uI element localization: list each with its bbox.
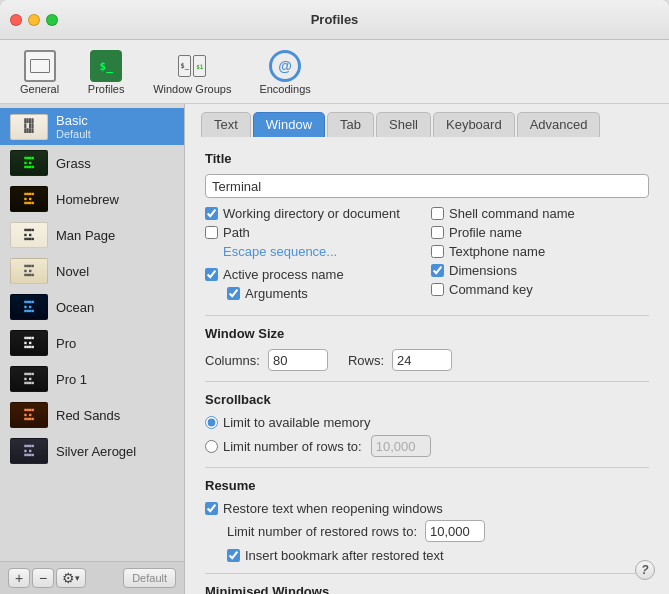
tab-window[interactable]: Window bbox=[253, 112, 325, 137]
tab-keyboard[interactable]: Keyboard bbox=[433, 112, 515, 137]
remove-profile-button[interactable]: − bbox=[32, 568, 54, 588]
main-content: ▉▉▉▉▉ ▉▉▉▉▉▉ Basic Default ■■■■■ ■ ■■■■ … bbox=[0, 104, 669, 594]
sidebar-item-basic[interactable]: ▉▉▉▉▉ ▉▉▉▉▉▉ Basic Default bbox=[0, 108, 184, 145]
default-button[interactable]: Default bbox=[123, 568, 176, 588]
profile-thumb-novel: ■■■■■ ■ ■■■■ bbox=[10, 258, 48, 284]
checkbox-shell-cmd-label: Shell command name bbox=[449, 206, 575, 221]
sidebar-item-manpage[interactable]: ■■■■■ ■ ■■■■ Man Page bbox=[0, 217, 184, 253]
profile-thumb-pro: ■■■■■ ■ ■■■■ bbox=[10, 330, 48, 356]
escape-sequence-row: Escape sequence... bbox=[205, 244, 423, 263]
minimize-button[interactable] bbox=[28, 14, 40, 26]
maximize-button[interactable] bbox=[46, 14, 58, 26]
checkbox-restore-text-label: Restore text when reopening windows bbox=[223, 501, 443, 516]
checkbox-arguments-input[interactable] bbox=[227, 287, 240, 300]
profiles-icon: $_ bbox=[90, 50, 122, 82]
sidebar: ▉▉▉▉▉ ▉▉▉▉▉▉ Basic Default ■■■■■ ■ ■■■■ … bbox=[0, 104, 185, 594]
tab-tab[interactable]: Tab bbox=[327, 112, 374, 137]
gear-menu-button[interactable]: ⚙ ▾ bbox=[56, 568, 86, 588]
checkbox-working-dir: Working directory or document bbox=[205, 206, 423, 221]
chevron-down-icon: ▾ bbox=[75, 573, 80, 583]
profile-thumb-pro1: ■■■■■ ■ ■■■■ bbox=[10, 366, 48, 392]
checkbox-profile-name-input[interactable] bbox=[431, 226, 444, 239]
checkbox-bookmark: Insert bookmark after restored text bbox=[227, 548, 649, 563]
checkbox-working-dir-input[interactable] bbox=[205, 207, 218, 220]
divider-3 bbox=[205, 467, 649, 468]
sidebar-item-ocean[interactable]: ■■■■■ ■ ■■■■ Ocean bbox=[0, 289, 184, 325]
profile-text-pro: Pro bbox=[56, 336, 76, 351]
sidebar-item-homebrew[interactable]: ■■■■■ ■ ■■■■ Homebrew bbox=[0, 181, 184, 217]
tab-shell[interactable]: Shell bbox=[376, 112, 431, 137]
main-window: Profiles General $_ Profiles $_ $1 Windo… bbox=[0, 0, 669, 594]
checkbox-path-input[interactable] bbox=[205, 226, 218, 239]
title-checkboxes: Working directory or document Path Escap… bbox=[205, 206, 649, 305]
rows-label: Rows: bbox=[348, 353, 384, 368]
sidebar-item-grass[interactable]: ■■■■■ ■ ■■■■ Grass bbox=[0, 145, 184, 181]
rows-input[interactable] bbox=[392, 349, 452, 371]
checkbox-arguments-label: Arguments bbox=[245, 286, 308, 301]
window-title: Profiles bbox=[311, 12, 359, 27]
profile-text-ocean: Ocean bbox=[56, 300, 94, 315]
checkbox-textphone-name-input[interactable] bbox=[431, 245, 444, 258]
titlebar: Profiles bbox=[0, 0, 669, 40]
profile-text-basic: Basic Default bbox=[56, 113, 91, 140]
profile-name-ocean: Ocean bbox=[56, 300, 94, 315]
sidebar-item-pro[interactable]: ■■■■■ ■ ■■■■ Pro bbox=[0, 325, 184, 361]
title-checkboxes-left: Working directory or document Path Escap… bbox=[205, 206, 423, 305]
scrollback-radio2-input[interactable] bbox=[205, 440, 218, 453]
checkbox-command-key-input[interactable] bbox=[431, 283, 444, 296]
sidebar-item-silveraerogel[interactable]: ■■■■■ ■ ■■■■ Silver Aerogel bbox=[0, 433, 184, 469]
checkbox-active-process: Active process name bbox=[205, 267, 423, 282]
profile-text-manpage: Man Page bbox=[56, 228, 115, 243]
checkbox-restore-text-input[interactable] bbox=[205, 502, 218, 515]
scrollback-radio1-input[interactable] bbox=[205, 416, 218, 429]
columns-input[interactable] bbox=[268, 349, 328, 371]
checkbox-dimensions-input[interactable] bbox=[431, 264, 444, 277]
tab-text[interactable]: Text bbox=[201, 112, 251, 137]
checkbox-active-process-input[interactable] bbox=[205, 268, 218, 281]
scrollback-radio2-label: Limit number of rows to: bbox=[223, 439, 362, 454]
profile-name-homebrew: Homebrew bbox=[56, 192, 119, 207]
sidebar-item-pro1[interactable]: ■■■■■ ■ ■■■■ Pro 1 bbox=[0, 361, 184, 397]
sidebar-item-redsands[interactable]: ■■■■■ ■ ■■■■ Red Sands bbox=[0, 397, 184, 433]
checkbox-active-process-label: Active process name bbox=[223, 267, 344, 282]
checkbox-profile-name-label: Profile name bbox=[449, 225, 522, 240]
limit-restored-input[interactable] bbox=[425, 520, 485, 542]
scrollback-rows-input[interactable] bbox=[371, 435, 431, 457]
toolbar-general[interactable]: General bbox=[14, 48, 65, 97]
general-icon bbox=[24, 50, 56, 82]
profile-text-novel: Novel bbox=[56, 264, 89, 279]
checkbox-restore-text: Restore text when reopening windows bbox=[205, 501, 649, 516]
divider-2 bbox=[205, 381, 649, 382]
checkbox-textphone-name: Textphone name bbox=[431, 244, 649, 259]
sidebar-item-novel[interactable]: ■■■■■ ■ ■■■■ Novel bbox=[0, 253, 184, 289]
toolbar: General $_ Profiles $_ $1 Window Groups … bbox=[0, 40, 669, 104]
columns-label: Columns: bbox=[205, 353, 260, 368]
profile-text-homebrew: Homebrew bbox=[56, 192, 119, 207]
tab-advanced[interactable]: Advanced bbox=[517, 112, 601, 137]
checkbox-command-key-label: Command key bbox=[449, 282, 533, 297]
checkbox-bookmark-input[interactable] bbox=[227, 549, 240, 562]
profile-name-silveraerogel: Silver Aerogel bbox=[56, 444, 136, 459]
toolbar-profiles[interactable]: $_ Profiles bbox=[81, 48, 131, 97]
escape-sequence-link[interactable]: Escape sequence... bbox=[223, 244, 337, 259]
scrollback-radio1-label: Limit to available memory bbox=[223, 415, 370, 430]
title-checkboxes-right: Shell command name Profile name Textphon… bbox=[431, 206, 649, 305]
profile-text-redsands: Red Sands bbox=[56, 408, 120, 423]
add-profile-button[interactable]: + bbox=[8, 568, 30, 588]
panel-content: Title Working directory or document Path bbox=[185, 137, 669, 594]
right-panel: Text Window Tab Shell Keyboard Advanced … bbox=[185, 104, 669, 594]
toolbar-window-groups[interactable]: $_ $1 Window Groups bbox=[147, 48, 237, 97]
close-button[interactable] bbox=[10, 14, 22, 26]
checkbox-dimensions: Dimensions bbox=[431, 263, 649, 278]
toolbar-wg-label: Window Groups bbox=[153, 83, 231, 95]
title-input[interactable] bbox=[205, 174, 649, 198]
profile-thumb-redsands: ■■■■■ ■ ■■■■ bbox=[10, 402, 48, 428]
profile-thumb-basic: ▉▉▉▉▉ ▉▉▉▉▉▉ bbox=[10, 114, 48, 140]
encodings-icon: @ bbox=[269, 50, 301, 82]
help-icon: ? bbox=[641, 563, 648, 577]
window-size-label: Window Size bbox=[205, 326, 649, 341]
profile-name-pro: Pro bbox=[56, 336, 76, 351]
toolbar-encodings[interactable]: @ Encodings bbox=[253, 48, 316, 97]
checkbox-shell-cmd-input[interactable] bbox=[431, 207, 444, 220]
help-button[interactable]: ? bbox=[635, 560, 655, 580]
